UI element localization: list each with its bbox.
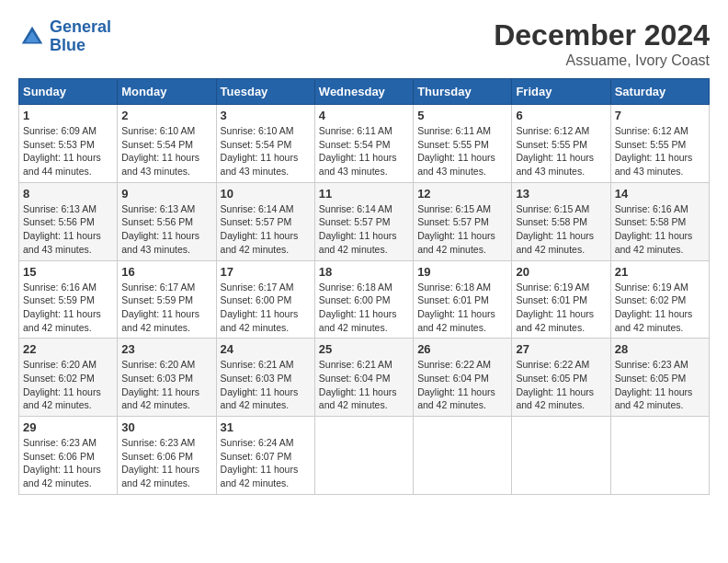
day-info: Sunrise: 6:18 AM Sunset: 6:00 PM Dayligh… xyxy=(319,281,409,335)
sunset-label: Sunset: 5:56 PM xyxy=(23,216,95,227)
sunset-label: Sunset: 5:55 PM xyxy=(615,139,687,150)
empty-cell xyxy=(610,417,709,495)
day-info: Sunrise: 6:23 AM Sunset: 6:06 PM Dayligh… xyxy=(121,436,211,490)
day-info: Sunrise: 6:16 AM Sunset: 5:59 PM Dayligh… xyxy=(23,281,113,335)
sunrise-label: Sunrise: 6:15 AM xyxy=(516,203,589,214)
sunrise-label: Sunrise: 6:15 AM xyxy=(417,203,491,214)
sunset-label: Sunset: 6:00 PM xyxy=(319,294,391,305)
daylight-label: Daylight: 11 hours and 42 minutes. xyxy=(121,464,199,488)
daylight-label: Daylight: 11 hours and 42 minutes. xyxy=(615,386,693,411)
sunrise-label: Sunrise: 6:23 AM xyxy=(121,437,195,448)
day-number: 21 xyxy=(615,265,705,279)
day-number: 20 xyxy=(516,265,606,279)
sunset-label: Sunset: 5:57 PM xyxy=(319,216,391,227)
calendar-day-cell: 29 Sunrise: 6:23 AM Sunset: 6:06 PM Dayl… xyxy=(19,417,118,495)
sunset-label: Sunset: 6:02 PM xyxy=(23,373,95,384)
calendar-day-cell: 11 Sunrise: 6:14 AM Sunset: 5:57 PM Dayl… xyxy=(314,182,413,260)
daylight-label: Daylight: 11 hours and 42 minutes. xyxy=(615,230,693,255)
daylight-label: Daylight: 11 hours and 42 minutes. xyxy=(319,230,397,255)
calendar-day-cell: 22 Sunrise: 6:20 AM Sunset: 6:02 PM Dayl… xyxy=(19,339,118,417)
day-info: Sunrise: 6:11 AM Sunset: 5:54 PM Dayligh… xyxy=(319,124,409,178)
day-number: 30 xyxy=(121,420,211,434)
calendar-header-row: SundayMondayTuesdayWednesdayThursdayFrid… xyxy=(19,79,710,105)
sunrise-label: Sunrise: 6:17 AM xyxy=(221,282,294,293)
daylight-label: Daylight: 11 hours and 42 minutes. xyxy=(319,386,397,411)
sunrise-label: Sunrise: 6:14 AM xyxy=(221,203,294,214)
calendar-table: SundayMondayTuesdayWednesdayThursdayFrid… xyxy=(18,78,710,495)
sunrise-label: Sunrise: 6:23 AM xyxy=(23,437,97,448)
daylight-label: Daylight: 11 hours and 43 minutes. xyxy=(615,152,693,177)
day-number: 26 xyxy=(417,342,507,356)
day-number: 6 xyxy=(516,109,606,122)
day-info: Sunrise: 6:13 AM Sunset: 5:56 PM Dayligh… xyxy=(23,202,113,257)
calendar-day-cell: 1 Sunrise: 6:09 AM Sunset: 5:53 PM Dayli… xyxy=(19,105,118,183)
day-info: Sunrise: 6:21 AM Sunset: 6:03 PM Dayligh… xyxy=(221,358,311,412)
sunset-label: Sunset: 5:57 PM xyxy=(417,216,489,227)
daylight-label: Daylight: 11 hours and 42 minutes. xyxy=(221,464,299,488)
daylight-label: Daylight: 11 hours and 42 minutes. xyxy=(23,464,101,488)
sunrise-label: Sunrise: 6:11 AM xyxy=(319,125,392,136)
day-info: Sunrise: 6:22 AM Sunset: 6:04 PM Dayligh… xyxy=(417,358,507,412)
day-info: Sunrise: 6:11 AM Sunset: 5:55 PM Dayligh… xyxy=(417,124,507,178)
day-number: 25 xyxy=(319,342,409,356)
daylight-label: Daylight: 11 hours and 42 minutes. xyxy=(417,230,495,255)
sunset-label: Sunset: 5:56 PM xyxy=(121,216,193,227)
day-info: Sunrise: 6:23 AM Sunset: 6:06 PM Dayligh… xyxy=(23,436,113,490)
day-info: Sunrise: 6:12 AM Sunset: 5:55 PM Dayligh… xyxy=(615,124,705,178)
sunset-label: Sunset: 6:04 PM xyxy=(319,373,391,384)
sunrise-label: Sunrise: 6:12 AM xyxy=(516,125,589,136)
sunrise-label: Sunrise: 6:19 AM xyxy=(516,282,589,293)
calendar-day-cell: 13 Sunrise: 6:15 AM Sunset: 5:58 PM Dayl… xyxy=(512,182,610,260)
title-block: December 2024 Assuame, Ivory Coast xyxy=(494,18,710,69)
empty-cell xyxy=(512,417,610,495)
day-number: 11 xyxy=(319,187,409,201)
month-title: December 2024 xyxy=(494,18,710,52)
day-info: Sunrise: 6:19 AM Sunset: 6:02 PM Dayligh… xyxy=(615,281,705,335)
calendar-day-cell: 4 Sunrise: 6:11 AM Sunset: 5:54 PM Dayli… xyxy=(314,105,413,183)
sunset-label: Sunset: 6:01 PM xyxy=(417,294,489,305)
day-number: 15 xyxy=(23,265,113,279)
day-info: Sunrise: 6:10 AM Sunset: 5:54 PM Dayligh… xyxy=(121,124,211,178)
daylight-label: Daylight: 11 hours and 42 minutes. xyxy=(417,386,495,411)
sunrise-label: Sunrise: 6:14 AM xyxy=(319,203,392,214)
day-number: 18 xyxy=(319,265,409,279)
sunset-label: Sunset: 5:53 PM xyxy=(23,139,95,150)
day-info: Sunrise: 6:09 AM Sunset: 5:53 PM Dayligh… xyxy=(23,124,113,178)
day-number: 5 xyxy=(417,109,507,122)
day-number: 12 xyxy=(417,187,507,201)
sunset-label: Sunset: 6:04 PM xyxy=(417,373,489,384)
calendar-day-cell: 16 Sunrise: 6:17 AM Sunset: 5:59 PM Dayl… xyxy=(118,260,216,339)
daylight-label: Daylight: 11 hours and 43 minutes. xyxy=(121,152,199,177)
calendar-day-cell: 10 Sunrise: 6:14 AM Sunset: 5:57 PM Dayl… xyxy=(216,182,314,260)
day-info: Sunrise: 6:14 AM Sunset: 5:57 PM Dayligh… xyxy=(221,202,311,257)
day-number: 13 xyxy=(516,187,606,201)
day-number: 7 xyxy=(615,109,705,122)
day-number: 10 xyxy=(221,187,311,201)
sunrise-label: Sunrise: 6:12 AM xyxy=(615,125,688,136)
day-info: Sunrise: 6:22 AM Sunset: 6:05 PM Dayligh… xyxy=(516,358,606,412)
calendar-day-cell: 9 Sunrise: 6:13 AM Sunset: 5:56 PM Dayli… xyxy=(118,182,216,260)
sunrise-label: Sunrise: 6:18 AM xyxy=(319,282,392,293)
sunset-label: Sunset: 6:00 PM xyxy=(221,294,292,305)
daylight-label: Daylight: 11 hours and 42 minutes. xyxy=(221,386,299,411)
daylight-label: Daylight: 11 hours and 43 minutes. xyxy=(221,152,299,177)
day-number: 8 xyxy=(23,187,113,201)
weekday-header: Friday xyxy=(512,79,610,105)
sunset-label: Sunset: 5:55 PM xyxy=(417,139,489,150)
calendar-day-cell: 28 Sunrise: 6:23 AM Sunset: 6:05 PM Dayl… xyxy=(610,339,709,417)
sunrise-label: Sunrise: 6:20 AM xyxy=(121,359,195,370)
logo-line1: General xyxy=(50,17,111,36)
day-number: 2 xyxy=(121,109,211,122)
daylight-label: Daylight: 11 hours and 42 minutes. xyxy=(121,386,199,411)
page-header: General Blue December 2024 Assuame, Ivor… xyxy=(18,18,710,69)
sunrise-label: Sunrise: 6:16 AM xyxy=(615,203,688,214)
day-info: Sunrise: 6:13 AM Sunset: 5:56 PM Dayligh… xyxy=(121,202,211,257)
daylight-label: Daylight: 11 hours and 42 minutes. xyxy=(23,386,101,411)
sunrise-label: Sunrise: 6:09 AM xyxy=(23,125,97,136)
sunset-label: Sunset: 6:05 PM xyxy=(516,373,587,384)
weekday-header: Thursday xyxy=(414,79,512,105)
sunrise-label: Sunrise: 6:10 AM xyxy=(221,125,294,136)
day-info: Sunrise: 6:24 AM Sunset: 6:07 PM Dayligh… xyxy=(221,436,311,490)
day-info: Sunrise: 6:15 AM Sunset: 5:57 PM Dayligh… xyxy=(417,202,507,257)
calendar-day-cell: 8 Sunrise: 6:13 AM Sunset: 5:56 PM Dayli… xyxy=(19,182,118,260)
